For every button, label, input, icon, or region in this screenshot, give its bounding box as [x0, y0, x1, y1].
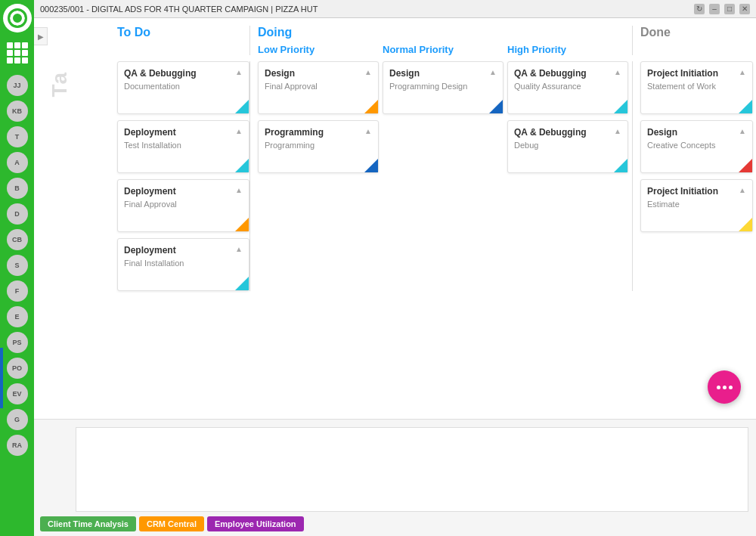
doing-header: Doing Low Priority Normal Priority High … — [249, 26, 632, 55]
avatar-d[interactable]: D — [7, 203, 28, 225]
avatar-kb[interactable]: KB — [7, 101, 28, 122]
card-header: Design ▲ — [389, 68, 497, 79]
normal-priority-cards: Design ▲ Programming Design — [383, 61, 507, 291]
card-corner — [235, 100, 249, 113]
tab-employee-utilization[interactable]: Employee Utilization — [207, 516, 304, 531]
sidebar-blue-bar — [0, 348, 3, 408]
expand-icon[interactable]: ▲ — [235, 127, 243, 135]
card-corner — [235, 159, 249, 172]
avatar-jj[interactable]: JJ — [7, 75, 28, 96]
card-type: Project Initiation — [647, 186, 718, 197]
expand-icon[interactable]: ▲ — [364, 127, 372, 135]
high-card-1[interactable]: QA & Debugging ▲ Quality Assurance — [507, 61, 628, 114]
card-corner — [614, 100, 627, 113]
expand-icon[interactable]: ▲ — [235, 245, 243, 253]
low-priority-header: Low Priority — [258, 44, 383, 55]
card-type: QA & Debugging — [514, 68, 587, 79]
refresh-button[interactable]: ↻ — [694, 4, 705, 14]
minimize-button[interactable]: – — [709, 4, 720, 14]
avatar-g[interactable]: G — [7, 409, 28, 430]
card-header: Project Initiation ▲ — [647, 186, 746, 197]
card-detail: Final Approval — [265, 82, 372, 91]
done-card-3[interactable]: Project Initiation ▲ Estimate — [640, 179, 753, 232]
window-controls: ↻ – □ ✕ — [694, 4, 750, 14]
card-detail: Programming — [265, 141, 372, 150]
todo-card-2[interactable]: Deployment ▲ Test Installation — [117, 120, 249, 173]
avatar-ps[interactable]: PS — [7, 332, 28, 353]
avatar-e[interactable]: E — [7, 306, 28, 327]
tab-crm-central[interactable]: CRM Central — [139, 516, 204, 531]
expand-icon[interactable]: ▲ — [739, 68, 746, 76]
card-corner — [364, 159, 378, 172]
doing-title: Doing — [258, 26, 632, 39]
done-card-1[interactable]: Project Initiation ▲ Statement of Work — [640, 61, 753, 114]
expand-icon[interactable]: ▲ — [235, 186, 243, 194]
avatar-f[interactable]: F — [7, 280, 28, 302]
card-corner — [364, 100, 378, 113]
grid-icon[interactable] — [7, 42, 28, 64]
card-corner — [739, 100, 752, 113]
card-corner — [739, 159, 752, 172]
card-header: QA & Debugging ▲ — [124, 68, 243, 79]
card-corner — [614, 159, 627, 172]
card-detail: Documentation — [124, 82, 243, 91]
avatar-b[interactable]: B — [7, 178, 28, 199]
avatar-po[interactable]: PO — [7, 358, 28, 379]
fab-dot-1 — [717, 386, 720, 389]
card-type: Deployment — [124, 186, 176, 197]
window-chrome: 000235/001 - DIGITAL ADS FOR 4TH QUARTER… — [34, 0, 756, 18]
kanban-area: ▶ Ta To Do Doing Low Priority Normal Pri… — [34, 18, 756, 419]
expand-icon[interactable]: ▲ — [489, 68, 497, 76]
high-priority-header: High Priority — [507, 44, 632, 55]
done-column: Project Initiation ▲ Statement of Work D… — [632, 61, 753, 291]
collapse-arrow[interactable]: ▶ — [34, 27, 48, 45]
priority-headers: Low Priority Normal Priority High Priori… — [258, 44, 632, 55]
logo-inner — [8, 8, 27, 28]
avatar-list: JJ KB T A B D CB S F E PS PO EV G RA — [7, 75, 28, 456]
card-type: Deployment — [124, 245, 176, 256]
maximize-button[interactable]: □ — [724, 4, 735, 14]
card-header: Programming ▲ — [265, 127, 372, 138]
card-type: Programming — [265, 127, 324, 138]
low-card-2[interactable]: Programming ▲ Programming — [258, 120, 379, 173]
card-type: Design — [647, 127, 677, 138]
todo-card-1[interactable]: QA & Debugging ▲ Documentation — [117, 61, 249, 114]
expand-icon[interactable]: ▲ — [614, 68, 621, 76]
card-type: Design — [265, 68, 295, 79]
high-priority-cards: QA & Debugging ▲ Quality Assurance QA & … — [507, 61, 632, 291]
expand-icon[interactable]: ▲ — [739, 127, 746, 135]
fab-dot-2 — [723, 386, 727, 389]
todo-card-3[interactable]: Deployment ▲ Final Approval — [117, 179, 249, 232]
high-card-2[interactable]: QA & Debugging ▲ Debug — [507, 120, 628, 173]
expand-icon[interactable]: ▲ — [235, 68, 243, 76]
card-header: QA & Debugging ▲ — [514, 127, 621, 138]
tab-client-time[interactable]: Client Time Analysis — [40, 516, 136, 531]
card-detail: Debug — [514, 141, 621, 150]
expand-icon[interactable]: ▲ — [614, 127, 621, 135]
left-sidebar: JJ KB T A B D CB S F E PS PO EV G RA — [0, 0, 34, 536]
normal-card-1[interactable]: Design ▲ Programming Design — [383, 61, 503, 114]
card-corner — [489, 100, 503, 113]
avatar-a[interactable]: A — [7, 152, 28, 173]
bottom-content — [76, 427, 748, 512]
expand-icon[interactable]: ▲ — [739, 186, 746, 194]
low-card-1[interactable]: Design ▲ Final Approval — [258, 61, 379, 114]
card-detail: Quality Assurance — [514, 82, 621, 91]
todo-card-4[interactable]: Deployment ▲ Final Installation — [117, 238, 249, 291]
columns-body: QA & Debugging ▲ Documentation Deploymen… — [110, 55, 756, 297]
card-detail: Programming Design — [389, 82, 497, 91]
fab-button[interactable] — [708, 370, 741, 404]
expand-icon[interactable]: ▲ — [364, 68, 372, 76]
avatar-ra[interactable]: RA — [7, 435, 28, 456]
avatar-t[interactable]: T — [7, 126, 28, 147]
window-title: 000235/001 - DIGITAL ADS FOR 4TH QUARTER… — [40, 5, 318, 14]
avatar-s[interactable]: S — [7, 255, 28, 276]
kanban-board: To Do Doing Low Priority Normal Priority… — [110, 18, 756, 419]
avatar-ev[interactable]: EV — [7, 383, 28, 404]
avatar-cb[interactable]: CB — [7, 229, 28, 250]
normal-priority-header: Normal Priority — [383, 44, 507, 55]
close-button[interactable]: ✕ — [739, 4, 750, 14]
card-corner — [235, 277, 249, 290]
done-card-2[interactable]: Design ▲ Creative Concepts — [640, 120, 753, 173]
app-logo[interactable] — [3, 4, 32, 33]
